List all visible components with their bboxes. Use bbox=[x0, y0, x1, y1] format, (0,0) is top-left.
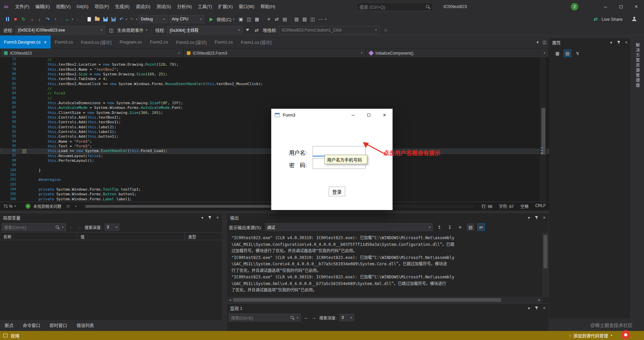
save-button[interactable] bbox=[102, 15, 109, 23]
threads-window-button[interactable]: ⇄ bbox=[273, 15, 280, 23]
navigate-back-dropdown-icon[interactable]: ▾ bbox=[72, 18, 73, 21]
undo-button[interactable]: ↶ bbox=[118, 15, 125, 23]
bottom-tab-1[interactable]: 命令窗口 bbox=[18, 320, 45, 331]
open-folder-button[interactable] bbox=[94, 15, 101, 23]
menu-item-4[interactable]: 项目(P) bbox=[92, 0, 112, 13]
menu-item-2[interactable]: 视图(V) bbox=[53, 0, 73, 13]
window-position-icon[interactable]: ▾ bbox=[528, 215, 530, 220]
autoscroll-icon[interactable]: ⇄ bbox=[477, 223, 485, 231]
watch-search-input[interactable]: 搜索(Ctrl+E) ▾ bbox=[229, 314, 301, 322]
zoom-dropdown[interactable]: 71 % ▾ bbox=[3, 204, 23, 209]
stack-frame-dropdown[interactable]: IC00test823.Form2.button1_Click ▾ bbox=[279, 26, 380, 34]
find-message-icon[interactable]: ↥ bbox=[436, 223, 443, 231]
bottom-tab-0[interactable]: 断点 bbox=[0, 320, 18, 331]
locals-panel-header[interactable]: 局部变量 ▾ × bbox=[0, 213, 222, 222]
menu-item-1[interactable]: 编辑(E) bbox=[33, 0, 53, 13]
doc-tab-6[interactable]: Form1.cs bbox=[211, 36, 237, 49]
menu-item-6[interactable]: 调试(D) bbox=[132, 0, 153, 13]
memory-window-button[interactable]: ▥ bbox=[293, 15, 300, 23]
breadcrumb-member-dropdown[interactable]: InitializeComponent() ▾ bbox=[367, 50, 548, 57]
modules-window-button[interactable]: ▤ bbox=[281, 15, 288, 23]
output-vertical-scrollbar[interactable] bbox=[542, 232, 548, 297]
scrollbar-thumb[interactable] bbox=[233, 298, 501, 302]
column-header-value[interactable]: 值 bbox=[77, 232, 185, 240]
pin-icon[interactable] bbox=[535, 216, 538, 219]
menu-item-7[interactable]: 测试(S) bbox=[153, 0, 174, 13]
quick-search-input[interactable]: 搜索 (Ctrl+Q) bbox=[357, 2, 433, 11]
column-header-type[interactable]: 类型 bbox=[185, 232, 222, 240]
watch-panel-header[interactable]: 监视 1 ▾ × bbox=[227, 303, 548, 313]
account-badge[interactable]: 2 bbox=[571, 3, 578, 10]
solution-explorer-tab[interactable]: 解决方案资源管理器 bbox=[635, 43, 640, 88]
properties-panel-header[interactable]: 属性 ▾ × bbox=[549, 38, 631, 47]
registers-window-button[interactable]: ▧ bbox=[301, 15, 308, 23]
step-into-button[interactable]: ↓ bbox=[36, 15, 43, 23]
restart-button[interactable]: ↻ bbox=[20, 15, 27, 23]
go-to-message-icon[interactable]: ↧ bbox=[446, 223, 453, 231]
editor-options-button[interactable]: ⋯ bbox=[317, 15, 324, 23]
minimize-button[interactable]: ─ bbox=[598, 0, 613, 13]
chevron-down-icon[interactable]: ▾ bbox=[297, 316, 298, 319]
doc-tab-1[interactable]: Form3.cs bbox=[51, 36, 77, 49]
chevron-down-icon[interactable]: ▾ bbox=[146, 28, 147, 31]
doc-tab-7[interactable]: Form1.cs [设计] bbox=[237, 36, 275, 49]
output-log[interactable]: "IC00test823.exe" (CLR v4.0.30319: IC00t… bbox=[227, 232, 542, 297]
close-button[interactable]: × bbox=[629, 0, 644, 13]
break-all-button[interactable] bbox=[4, 15, 11, 23]
bottom-tab-3[interactable]: 错误列表 bbox=[72, 320, 99, 331]
menu-item-10[interactable]: 扩展(X) bbox=[215, 0, 235, 13]
breadcrumb-project-dropdown[interactable]: IC00test823 ▾ bbox=[1, 50, 182, 57]
document-list-dropdown-icon[interactable]: ▾ bbox=[537, 40, 539, 45]
search-next-icon[interactable]: → bbox=[312, 315, 316, 320]
pin-icon[interactable] bbox=[617, 41, 621, 44]
scroll-left-icon[interactable]: ◂ bbox=[227, 298, 233, 302]
maximize-button[interactable] bbox=[613, 0, 629, 13]
continue-button[interactable]: ▶ 继续(C) ▾ bbox=[207, 15, 235, 23]
locals-search-input[interactable]: 搜索(Ctrl+E) ▾ bbox=[2, 223, 66, 231]
filter-icon[interactable] bbox=[246, 29, 249, 31]
toolbar-overflow-icon[interactable]: ▾ bbox=[325, 18, 326, 21]
form-maximize-button[interactable] bbox=[361, 109, 377, 121]
scroll-right-icon[interactable]: ▸ bbox=[536, 298, 542, 302]
chevron-down-icon[interactable]: ▾ bbox=[75, 205, 76, 208]
doc-tab-2[interactable]: Form3.cs [设计] bbox=[77, 36, 115, 49]
immediate-window-button[interactable]: ◫ bbox=[245, 15, 253, 23]
menu-item-12[interactable]: 帮助(H) bbox=[258, 0, 278, 13]
clear-output-icon[interactable]: ≡ bbox=[457, 223, 464, 231]
solution-platform-dropdown[interactable]: Any CPU ▾ bbox=[169, 15, 204, 23]
editor-vertical-scrollbar[interactable] bbox=[540, 58, 546, 202]
stop-debugging-button[interactable]: ■ bbox=[12, 15, 19, 23]
form-minimize-button[interactable]: ─ bbox=[345, 109, 361, 121]
breakpoints-window-button[interactable]: ▣ bbox=[237, 15, 245, 23]
float-window-icon[interactable]: ◫ bbox=[543, 40, 546, 45]
close-icon[interactable]: × bbox=[216, 215, 219, 220]
diagnostics-button[interactable]: ◫ bbox=[309, 15, 316, 23]
form-close-button[interactable]: × bbox=[377, 109, 392, 121]
doc-tab-5[interactable]: Form2.cs [设计] bbox=[172, 36, 211, 49]
close-icon[interactable]: × bbox=[543, 215, 545, 220]
window-position-icon[interactable]: ▾ bbox=[610, 40, 612, 45]
doc-tab-3[interactable]: Program.cs bbox=[115, 36, 146, 49]
menu-item-0[interactable]: 文件(F) bbox=[12, 0, 33, 13]
form3-window[interactable]: Form3 ─ × 用户名: 密 码: 用户名为手机号码 登录 bbox=[271, 109, 393, 210]
word-wrap-icon[interactable]: ▤ bbox=[467, 223, 474, 231]
pin-icon[interactable] bbox=[208, 216, 212, 219]
menu-item-11[interactable]: 窗口(W) bbox=[236, 0, 258, 13]
step-over-button[interactable]: ↷ bbox=[44, 15, 51, 23]
save-all-button[interactable] bbox=[110, 15, 117, 23]
solution-configuration-dropdown[interactable]: Debug ▾ bbox=[139, 15, 167, 23]
form3-title-bar[interactable]: Form3 ─ × bbox=[271, 109, 392, 121]
doc-tab-0[interactable]: Form3.Designer.cs× bbox=[0, 36, 51, 49]
show-next-statement-button[interactable]: → bbox=[28, 15, 35, 23]
menu-item-9[interactable]: 工具(T) bbox=[195, 0, 215, 13]
new-file-button[interactable] bbox=[86, 15, 93, 23]
window-position-icon[interactable]: ▾ bbox=[528, 306, 530, 311]
stack-options-icon[interactable]: ≡ bbox=[382, 26, 389, 34]
window-position-icon[interactable]: ▾ bbox=[201, 215, 203, 220]
edit-tracking-icon[interactable]: ▤ bbox=[64, 202, 72, 210]
column-header-name[interactable]: 名称 bbox=[0, 232, 77, 240]
redo-button[interactable]: ↷ bbox=[128, 15, 135, 23]
lifecycle-events-dropdown[interactable]: 生命周期事件 bbox=[117, 27, 144, 33]
thread-dropdown[interactable]: [0x3064] 主线程 ▾ bbox=[167, 26, 243, 34]
events-view-icon[interactable]: ↯ bbox=[574, 50, 581, 57]
